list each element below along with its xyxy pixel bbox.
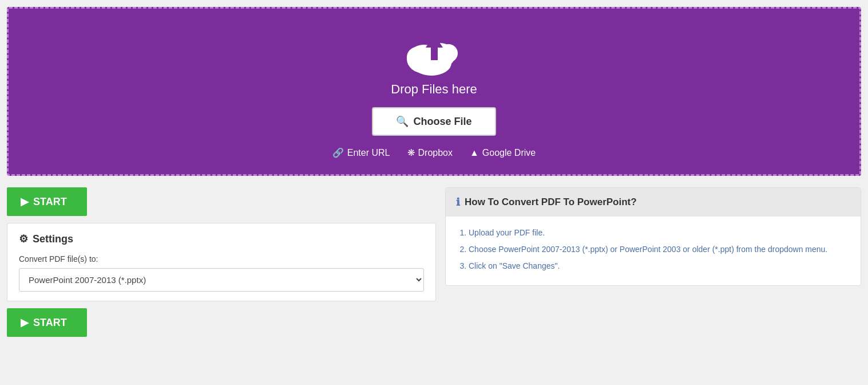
- step-1: Upload your PDF file.: [469, 226, 849, 240]
- search-icon: 🔍: [396, 115, 409, 128]
- svg-point-3: [407, 47, 427, 68]
- format-select[interactable]: PowerPoint 2007-2013 (*.pptx) PowerPoint…: [19, 268, 424, 292]
- right-panel: ℹ How To Convert PDF To PowerPoint? Uplo…: [445, 187, 861, 337]
- start-button-bottom[interactable]: ▶ START: [7, 308, 87, 337]
- settings-title: ⚙ Settings: [19, 233, 424, 245]
- bottom-content: ▶ START ⚙ Settings Convert PDF file(s) t…: [0, 183, 868, 341]
- google-drive-link[interactable]: ▲ Google Drive: [470, 147, 536, 158]
- left-panel: ▶ START ⚙ Settings Convert PDF file(s) t…: [7, 187, 436, 337]
- info-title: How To Convert PDF To PowerPoint?: [465, 197, 637, 208]
- start-icon-top: ▶: [21, 195, 29, 208]
- google-drive-icon: ▲: [470, 148, 479, 158]
- start-label-bottom: START: [33, 317, 67, 329]
- choose-file-label: Choose File: [413, 116, 471, 128]
- info-box: ℹ How To Convert PDF To PowerPoint? Uplo…: [445, 187, 861, 286]
- choose-file-button[interactable]: 🔍 Choose File: [372, 107, 496, 136]
- step-3: Click on "Save Changes".: [469, 259, 849, 273]
- cloud-upload-icon: [400, 26, 469, 77]
- link-icon: 🔗: [332, 147, 344, 158]
- dropbox-icon: ❋: [407, 147, 415, 158]
- start-icon-bottom: ▶: [21, 316, 29, 329]
- info-icon: ℹ: [456, 196, 460, 209]
- step-2: Choose PowerPoint 2007-2013 (*.pptx) or …: [469, 242, 849, 257]
- gear-icon: ⚙: [19, 233, 28, 245]
- google-drive-label: Google Drive: [482, 148, 536, 158]
- settings-panel: ⚙ Settings Convert PDF file(s) to: Power…: [7, 223, 436, 301]
- drop-files-text: Drop Files here: [391, 82, 477, 97]
- start-button-top[interactable]: ▶ START: [7, 187, 87, 216]
- source-links: 🔗 Enter URL ❋ Dropbox ▲ Google Drive: [332, 147, 536, 158]
- start-label-top: START: [33, 196, 67, 208]
- enter-url-label: Enter URL: [347, 148, 390, 158]
- enter-url-link[interactable]: 🔗 Enter URL: [332, 147, 390, 158]
- dropbox-label: Dropbox: [418, 148, 453, 158]
- dropbox-link[interactable]: ❋ Dropbox: [407, 147, 453, 158]
- info-body: Upload your PDF file. Choose PowerPoint …: [446, 217, 861, 285]
- drop-zone[interactable]: Drop Files here 🔍 Choose File 🔗 Enter UR…: [7, 7, 861, 176]
- convert-label: Convert PDF file(s) to:: [19, 254, 424, 264]
- info-header: ℹ How To Convert PDF To PowerPoint?: [446, 188, 861, 217]
- steps-list: Upload your PDF file. Choose PowerPoint …: [457, 226, 849, 274]
